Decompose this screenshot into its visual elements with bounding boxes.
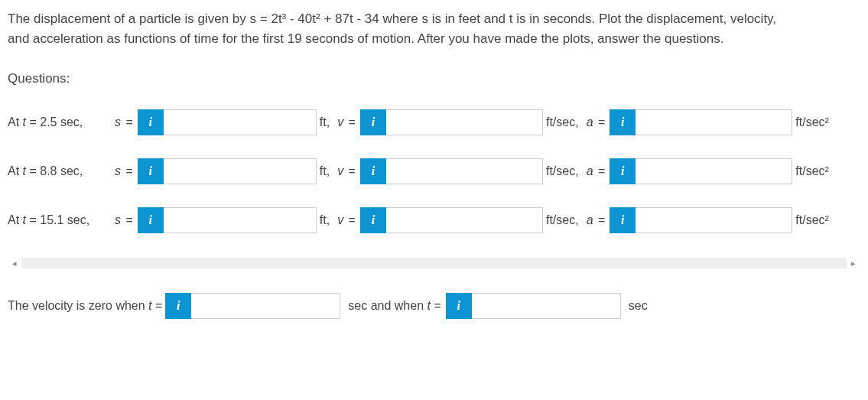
a-label: a =	[587, 213, 607, 227]
a-input[interactable]	[636, 109, 792, 135]
s-input-group: i	[138, 158, 317, 184]
v-input[interactable]	[386, 109, 543, 135]
info-icon[interactable]: i	[360, 158, 386, 184]
unit-ft: ft,	[320, 164, 330, 178]
info-icon[interactable]: i	[446, 293, 472, 319]
questions-heading: Questions:	[8, 71, 860, 86]
unit-ftsec2: ft/sec²	[795, 213, 829, 227]
t2-input-group: i	[446, 293, 621, 319]
s-input-group: i	[138, 109, 317, 135]
velocity-zero-pre: The velocity is zero when t =	[8, 299, 162, 313]
unit-ft: ft,	[320, 213, 330, 227]
v-input[interactable]	[386, 158, 543, 184]
v-label: v =	[337, 115, 357, 129]
unit-ftsec2: ft/sec²	[795, 115, 829, 129]
velocity-zero-end: sec	[629, 299, 648, 313]
info-icon[interactable]: i	[138, 109, 164, 135]
question-row: At t = 2.5 sec, s = i ft, v = i ft/sec, …	[8, 109, 860, 135]
a-label: a =	[587, 115, 607, 129]
time-label: At t = 8.8 sec,	[8, 164, 115, 180]
s-label: s =	[115, 213, 135, 227]
info-icon[interactable]: i	[360, 207, 386, 233]
s-input[interactable]	[164, 158, 317, 184]
v-input-group: i	[360, 158, 543, 184]
velocity-zero-mid: sec and when t =	[348, 299, 441, 313]
t1-input[interactable]	[191, 293, 340, 319]
time-label: At t = 15.1 sec,	[8, 213, 115, 229]
question-row: At t = 15.1 sec, s = i ft, v = i ft/sec,…	[8, 207, 860, 233]
scroll-left-icon[interactable]: ◂	[8, 256, 21, 270]
a-input-group: i	[610, 207, 792, 233]
a-label: a =	[587, 164, 607, 178]
scroll-right-icon[interactable]: ▸	[847, 256, 860, 270]
time-label: At t = 2.5 sec,	[8, 115, 115, 131]
question-row: At t = 8.8 sec, s = i ft, v = i ft/sec, …	[8, 158, 860, 184]
t2-input[interactable]	[472, 293, 621, 319]
info-icon[interactable]: i	[138, 158, 164, 184]
problem-line-2: and acceleration as functions of time fo…	[8, 31, 723, 46]
s-label: s =	[115, 115, 135, 129]
unit-ftsec: ft/sec,	[546, 213, 579, 227]
v-label: v =	[337, 213, 357, 227]
info-icon[interactable]: i	[165, 293, 191, 319]
v-label: v =	[337, 164, 357, 178]
unit-ftsec: ft/sec,	[546, 164, 579, 178]
unit-ftsec2: ft/sec²	[795, 164, 829, 178]
t1-input-group: i	[165, 293, 340, 319]
unit-ftsec: ft/sec,	[546, 115, 579, 129]
info-icon[interactable]: i	[610, 158, 636, 184]
scroll-track[interactable]	[21, 258, 847, 268]
v-input-group: i	[360, 207, 543, 233]
v-input[interactable]	[386, 207, 543, 233]
s-input-group: i	[138, 207, 317, 233]
s-input[interactable]	[164, 109, 317, 135]
velocity-zero-row: The velocity is zero when t = i sec and …	[8, 293, 860, 319]
info-icon[interactable]: i	[610, 109, 636, 135]
s-label: s =	[115, 164, 135, 178]
a-input[interactable]	[636, 158, 792, 184]
v-input-group: i	[360, 109, 543, 135]
info-icon[interactable]: i	[360, 109, 386, 135]
s-input[interactable]	[164, 207, 317, 233]
a-input-group: i	[610, 109, 792, 135]
info-icon[interactable]: i	[138, 207, 164, 233]
problem-statement: The displacement of a particle is given …	[8, 9, 860, 48]
info-icon[interactable]: i	[610, 207, 636, 233]
a-input[interactable]	[636, 207, 792, 233]
problem-line-1: The displacement of a particle is given …	[8, 11, 776, 26]
unit-ft: ft,	[320, 115, 330, 129]
horizontal-scrollbar[interactable]: ◂ ▸	[8, 256, 860, 270]
a-input-group: i	[610, 158, 792, 184]
